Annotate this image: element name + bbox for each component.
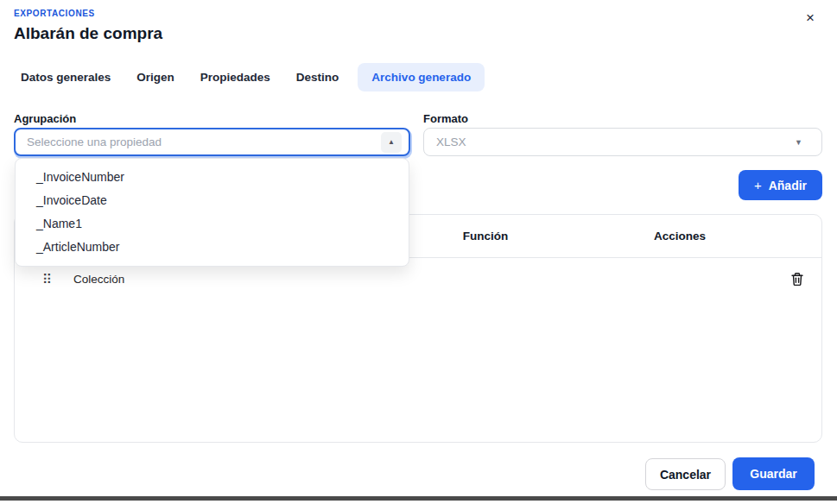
export-modal: EXPORTACIONES Albarán de compra × Datos … — [0, 0, 837, 504]
option-invoicedate[interactable]: _InvoiceDate — [16, 189, 409, 212]
formato-label: Formato — [423, 112, 468, 125]
tab-bar: Datos generales Origen Propiedades Desti… — [14, 63, 485, 91]
agrupacion-placeholder: Seleccione una propiedad — [27, 135, 381, 148]
column-header-acciones: Acciones — [611, 215, 749, 258]
cancel-button[interactable]: Cancelar — [645, 458, 726, 490]
close-icon[interactable]: × — [801, 9, 820, 28]
agrupacion-combobox[interactable]: Seleccione una propiedad ▲ — [14, 128, 410, 156]
save-button[interactable]: Guardar — [732, 457, 815, 490]
tab-datos-generales[interactable]: Datos generales — [14, 63, 117, 91]
tab-archivo-generado[interactable]: Archivo generado — [358, 63, 485, 91]
option-articlenumber[interactable]: _ArticleNumber — [16, 236, 409, 259]
plus-icon: + — [754, 178, 762, 192]
row-property-name: Colección — [73, 273, 124, 286]
trash-icon — [790, 272, 804, 287]
option-invoicenumber[interactable]: _InvoiceNumber — [16, 166, 409, 189]
add-button[interactable]: + Añadir — [739, 170, 822, 200]
formato-value: XLSX — [436, 135, 795, 148]
drag-handle-icon[interactable]: ⠿ — [42, 273, 52, 286]
tab-propiedades[interactable]: Propiedades — [193, 63, 277, 91]
tab-origen[interactable]: Origen — [130, 63, 181, 91]
breadcrumb-eyebrow: EXPORTACIONES — [14, 9, 95, 18]
agrupacion-label: Agrupación — [14, 112, 76, 125]
delete-row-button[interactable] — [789, 270, 806, 287]
chevron-down-icon: ▼ — [795, 138, 802, 147]
option-name1[interactable]: _Name1 — [16, 212, 409, 236]
tab-destino[interactable]: Destino — [289, 63, 346, 91]
page-title: Albarán de compra — [14, 24, 162, 43]
agrupacion-options-dropdown: _InvoiceNumber _InvoiceDate _Name1 _Arti… — [15, 158, 409, 267]
formato-select[interactable]: XLSX ▼ — [423, 128, 822, 156]
bottom-page-edge — [0, 496, 837, 501]
chevron-up-icon[interactable]: ▲ — [381, 132, 402, 153]
add-button-label: Añadir — [769, 179, 807, 192]
column-header-funcion: Función — [421, 215, 550, 258]
